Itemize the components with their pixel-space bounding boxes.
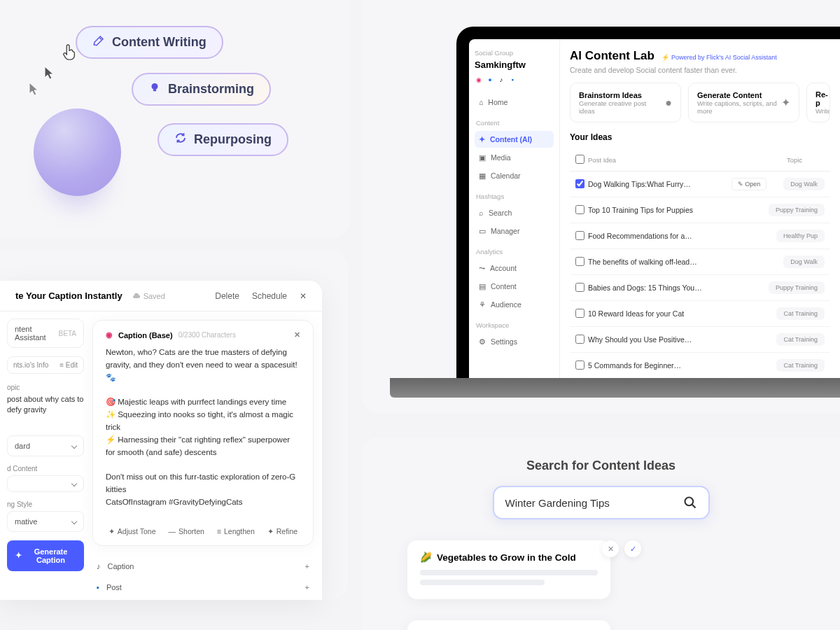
refine-button[interactable]: ✦ Refine bbox=[267, 527, 298, 536]
close-icon[interactable]: ✕ bbox=[294, 330, 300, 340]
row-checkbox[interactable] bbox=[575, 257, 584, 266]
accept-button[interactable]: ✓ bbox=[624, 540, 641, 557]
sidebar-item-content-ai[interactable]: ✦Content (AI) bbox=[475, 131, 554, 148]
type-post-facebook[interactable]: ●Post+ bbox=[92, 598, 314, 600]
open-button[interactable]: ✎ Open bbox=[732, 178, 767, 190]
search-input[interactable]: Winter Gardening Tips bbox=[493, 486, 710, 519]
gradient-orb bbox=[34, 108, 121, 196]
panel-title: te Your Caption Instantly bbox=[15, 290, 122, 301]
idea-emoji: 🌽 bbox=[420, 552, 432, 563]
folder-icon: ▭ bbox=[479, 227, 486, 235]
group-label: Social Group bbox=[475, 49, 554, 57]
row-checkbox[interactable] bbox=[575, 231, 584, 240]
laptop-section: Social Group Samkingftw ◉ ● ♪ ▪ ⌂Home Co… bbox=[362, 0, 840, 413]
pill-brainstorming[interactable]: Brainstorming bbox=[132, 73, 271, 106]
delete-button[interactable]: Delete bbox=[215, 291, 239, 301]
sidebar-item-settings[interactable]: ⚙Settings bbox=[475, 333, 554, 350]
pill-repurposing[interactable]: Repurposing bbox=[158, 123, 288, 156]
lightbulb-icon bbox=[148, 81, 161, 97]
sidebar-item-home[interactable]: ⌂Home bbox=[475, 94, 554, 111]
pill-content-writing[interactable]: Content Writing bbox=[76, 26, 223, 59]
plus-icon[interactable]: + bbox=[305, 562, 309, 570]
info-pill[interactable]: nts.io's Info ≡ Edit bbox=[7, 356, 84, 374]
caption-card-title: Caption (Base) bbox=[118, 331, 173, 340]
facebook-icon[interactable]: ● bbox=[486, 76, 494, 84]
home-icon: ⌂ bbox=[479, 98, 483, 106]
chevron-down-icon bbox=[71, 443, 77, 449]
topic-tag: Puppy Training bbox=[769, 204, 825, 216]
instagram-icon[interactable]: ◉ bbox=[475, 76, 483, 84]
table-row[interactable]: The benefits of walking off-lead…Dog Wal… bbox=[570, 249, 830, 275]
social-icons: ◉ ● ♪ ▪ bbox=[475, 76, 554, 84]
close-icon[interactable]: ✕ bbox=[300, 291, 307, 301]
style-label: ng Style bbox=[7, 500, 84, 508]
tiktok-icon[interactable]: ♪ bbox=[497, 76, 505, 84]
table-row[interactable]: Top 10 Training Tips for PuppiesPuppy Tr… bbox=[570, 197, 830, 223]
table-row[interactable]: Babies and Dogs: 15 Things You…Puppy Tra… bbox=[570, 275, 830, 301]
type-post-linkedin[interactable]: ▪Post+ bbox=[92, 577, 314, 598]
topic-tag: Cat Training bbox=[776, 307, 825, 320]
idea-text: The benefits of walking off-lead… bbox=[588, 258, 783, 266]
sidebar-item-content[interactable]: ▤Content bbox=[475, 278, 554, 295]
sidebar-section: Content bbox=[476, 119, 552, 127]
chevron-down-icon bbox=[71, 481, 77, 486]
table-row[interactable]: 10 Reward Ideas for your CatCat Training bbox=[570, 301, 830, 327]
col-idea: Post Idea bbox=[588, 156, 764, 164]
app-sidebar: Social Group Samkingftw ◉ ● ♪ ▪ ⌂Home Co… bbox=[469, 39, 560, 378]
content-select[interactable] bbox=[7, 475, 84, 492]
shorten-button[interactable]: — Shorten bbox=[169, 527, 204, 536]
idea-text: Why Should you Use Positive… bbox=[588, 335, 776, 344]
select-all-checkbox[interactable] bbox=[575, 155, 584, 164]
lengthen-button[interactable]: ≡ Lengthen bbox=[217, 527, 255, 536]
idea-card[interactable]: 🥶Protecting Your Garden from Frost bbox=[407, 620, 610, 630]
linkedin-icon[interactable]: ▪ bbox=[508, 76, 517, 84]
lightbulb-icon: ● bbox=[665, 97, 672, 109]
table-row[interactable]: Food Recommendations for a…Healthy Pup bbox=[570, 223, 830, 249]
length-select[interactable]: dard bbox=[7, 435, 84, 456]
card-brainstorm[interactable]: Brainstorm IdeasGenerate creative post i… bbox=[570, 83, 681, 122]
idea-text: 10 Reward Ideas for your Cat bbox=[588, 309, 776, 318]
idea-text: Babies and Dogs: 15 Things You… bbox=[588, 284, 769, 292]
idea-card-title: 🌽Vegetables to Grow in the Cold bbox=[420, 552, 598, 563]
row-checkbox[interactable] bbox=[575, 205, 584, 214]
row-checkbox[interactable] bbox=[575, 309, 584, 318]
sidebar-item-media[interactable]: ▣Media bbox=[475, 149, 554, 166]
sidebar-item-account[interactable]: ⤳Account bbox=[475, 260, 554, 276]
topic-tag: Cat Training bbox=[776, 359, 825, 372]
chevron-down-icon bbox=[71, 519, 77, 524]
chart-icon: ⤳ bbox=[479, 264, 485, 272]
linkedin-icon: ▪ bbox=[97, 583, 99, 592]
caption-card: ◉ Caption (Base) 0/2300 Characters ✕ New… bbox=[92, 320, 314, 546]
sidebar-item-manager[interactable]: ▭Manager bbox=[475, 223, 554, 239]
plus-icon[interactable]: + bbox=[305, 583, 309, 592]
sidebar-item-calendar[interactable]: ▦Calendar bbox=[475, 167, 554, 184]
table-row[interactable]: Dog Walking Tips:What Furry…✎ OpenDog Wa… bbox=[570, 172, 830, 197]
sidebar-item-search[interactable]: ⌕Search bbox=[475, 204, 554, 221]
type-caption[interactable]: ♪Caption+ bbox=[92, 556, 314, 577]
edit-button[interactable]: ≡ Edit bbox=[59, 361, 78, 369]
dismiss-button[interactable]: ✕ bbox=[602, 540, 619, 557]
sidebar-section: Analytics bbox=[476, 248, 552, 255]
style-select[interactable]: mative bbox=[7, 511, 84, 532]
adjust-tone-button[interactable]: ✦ Adjust Tone bbox=[108, 527, 156, 536]
search-title: Search for Content Ideas bbox=[362, 458, 840, 473]
search-section: Search for Content Ideas Winter Gardenin… bbox=[362, 438, 840, 630]
schedule-button[interactable]: Schedule bbox=[252, 291, 287, 301]
row-checkbox[interactable] bbox=[575, 179, 584, 188]
sidebar-item-audience[interactable]: ⚘Audience bbox=[475, 296, 554, 313]
card-repurpose[interactable]: Re-pWrite bbox=[806, 83, 830, 122]
idea-text: 5 Commands for Beginner… bbox=[588, 361, 776, 370]
table-row[interactable]: 5 Commands for Beginner…Cat Training bbox=[570, 353, 830, 378]
idea-card[interactable]: 🌽Vegetables to Grow in the Cold✕✓ bbox=[407, 540, 610, 599]
row-checkbox[interactable] bbox=[575, 335, 584, 344]
svg-point-0 bbox=[152, 83, 158, 90]
refresh-icon bbox=[174, 132, 187, 148]
gear-icon: ⚙ bbox=[479, 337, 486, 346]
card-generate[interactable]: Generate ContentWrite captions, scripts,… bbox=[688, 83, 799, 122]
table-row[interactable]: Why Should you Use Positive…Cat Training bbox=[570, 327, 830, 353]
row-checkbox[interactable] bbox=[575, 360, 584, 370]
idea-text: Top 10 Training Tips for Puppies bbox=[588, 206, 769, 214]
row-checkbox[interactable] bbox=[575, 283, 584, 292]
idea-text: Food Recommendations for a… bbox=[588, 232, 776, 240]
generate-caption-button[interactable]: ✦ Generate Caption bbox=[7, 540, 84, 571]
